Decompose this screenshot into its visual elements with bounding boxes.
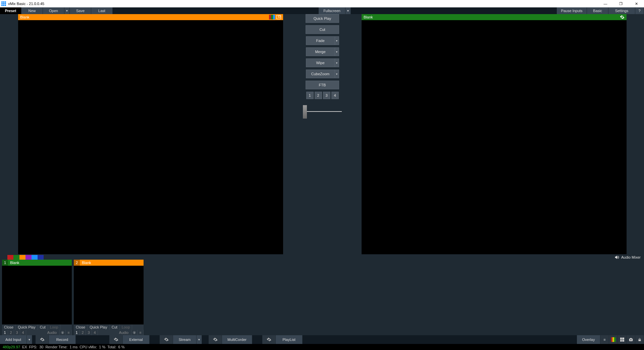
fullscreen-dropdown[interactable]: ▼ xyxy=(345,7,351,14)
color-correction-icon[interactable] xyxy=(269,15,275,19)
add-input-dropdown[interactable]: ▼ xyxy=(27,335,32,344)
preview-popout-icon[interactable] xyxy=(276,15,281,19)
input-2-overlay-4[interactable]: 4 xyxy=(92,330,98,335)
overlay-button[interactable]: Overlay xyxy=(577,335,600,344)
transition-preset-2[interactable]: 2 xyxy=(315,92,322,99)
input-1-overlay-4[interactable]: 4 xyxy=(20,330,26,335)
svg-point-0 xyxy=(62,332,63,333)
record-button[interactable]: Record xyxy=(49,335,76,344)
input-2-gear-icon[interactable] xyxy=(131,330,138,335)
external-button[interactable]: External xyxy=(123,335,150,344)
stream-dropdown[interactable]: ▼ xyxy=(197,335,202,344)
input-1-menu-icon[interactable]: ≡ xyxy=(66,330,72,335)
input-2-loop[interactable]: Loop xyxy=(120,324,132,330)
add-input-button[interactable]: Add Input xyxy=(0,335,27,344)
open-button[interactable]: Open xyxy=(43,7,64,14)
merge-button[interactable]: Merge xyxy=(306,47,335,56)
input-2-overlay-3[interactable]: 3 xyxy=(86,330,92,335)
input-1-quickplay[interactable]: Quick Play xyxy=(16,324,38,330)
playlist-button[interactable]: PlayList xyxy=(276,335,303,344)
category-orange[interactable] xyxy=(19,255,25,260)
fullscreen-button[interactable]: Fullscreen xyxy=(319,7,345,14)
category-blue[interactable] xyxy=(38,255,44,260)
program-pane: Blank xyxy=(362,14,627,254)
preset-button[interactable]: Preset xyxy=(0,7,21,14)
merge-dropdown[interactable]: ▼ xyxy=(335,47,339,56)
input-2-audio[interactable]: Audio xyxy=(116,330,131,335)
window-title: vMix Basic - 21.0.0.45 xyxy=(8,2,44,6)
color-bars-icon[interactable] xyxy=(609,335,618,344)
preview-screen[interactable] xyxy=(18,20,283,254)
window-close-button[interactable]: ✕ xyxy=(629,0,644,7)
last-button[interactable]: Last xyxy=(91,7,113,14)
main-area: Blank Quick Play Cut Fade▼ Merge▼ Wipe▼ … xyxy=(0,14,644,254)
lock-icon[interactable] xyxy=(635,335,644,344)
fade-dropdown[interactable]: ▼ xyxy=(335,36,339,45)
transition-preset-3[interactable]: 3 xyxy=(323,92,330,99)
status-bar: 480p29.97 EX FPS: 30 Render Time: 1 ms C… xyxy=(0,344,644,350)
wipe-button[interactable]: Wipe xyxy=(306,58,335,67)
input-1-gear-icon[interactable] xyxy=(60,330,66,335)
cut-button[interactable]: Cut xyxy=(306,25,339,34)
external-gear-icon[interactable] xyxy=(109,335,123,344)
transition-preset-1[interactable]: 1 xyxy=(306,92,314,99)
transition-preset-4[interactable]: 4 xyxy=(331,92,339,99)
stream-gear-icon[interactable] xyxy=(160,335,173,344)
list-view-icon[interactable]: ≡ xyxy=(600,335,609,344)
snapshot-icon[interactable] xyxy=(627,335,635,344)
window-minimize-button[interactable]: — xyxy=(598,0,613,7)
settings-button[interactable]: Settings xyxy=(608,7,635,14)
category-red[interactable] xyxy=(7,255,13,260)
input-1-close[interactable]: Close xyxy=(2,324,16,330)
new-button[interactable]: New xyxy=(21,7,43,14)
input-2-menu-icon[interactable]: ≡ xyxy=(138,330,144,335)
help-button[interactable]: ? xyxy=(635,7,644,14)
basic-button[interactable]: Basic xyxy=(587,7,608,14)
category-green[interactable] xyxy=(13,255,19,260)
pause-inputs-button[interactable]: Pause Inputs xyxy=(557,7,587,14)
input-2-close[interactable]: Close xyxy=(74,324,88,330)
input-2-video[interactable] xyxy=(74,266,144,324)
cubezoom-dropdown[interactable]: ▼ xyxy=(335,70,339,78)
preview-title: Blank xyxy=(20,15,30,19)
record-gear-icon[interactable] xyxy=(36,335,49,344)
input-2-overlay-2[interactable]: 2 xyxy=(80,330,86,335)
category-purple[interactable] xyxy=(25,255,32,260)
input-1-overlays: 1 2 3 4 Audio ≡ xyxy=(2,330,72,335)
input-2-overlay-1[interactable]: 1 xyxy=(74,330,80,335)
input-1-overlay-2[interactable]: 2 xyxy=(8,330,14,335)
status-render-time: 1 ms xyxy=(69,345,77,349)
input-1-audio[interactable]: Audio xyxy=(45,330,60,335)
cubezoom-button[interactable]: CubeZoom xyxy=(306,70,335,78)
status-render-label: Render Time: xyxy=(45,345,67,349)
wipe-dropdown[interactable]: ▼ xyxy=(335,58,339,67)
input-1-loop[interactable]: Loop xyxy=(48,324,60,330)
input-1-video[interactable] xyxy=(2,266,72,324)
input-1-overlay-3[interactable]: 3 xyxy=(14,330,20,335)
ftb-button[interactable]: FTB xyxy=(306,81,339,89)
input-1-overlay-1[interactable]: 1 xyxy=(2,330,8,335)
input-2-cut[interactable]: Cut xyxy=(110,324,120,330)
t-bar-slider[interactable] xyxy=(303,103,342,120)
save-button[interactable]: Save xyxy=(70,7,91,14)
preview-header: Blank xyxy=(18,14,283,20)
svg-point-1 xyxy=(134,332,135,333)
gear-icon[interactable] xyxy=(620,15,625,19)
input-1-header[interactable]: 1 Blank xyxy=(2,260,72,266)
grid-view-icon[interactable] xyxy=(618,335,627,344)
window-maximize-button[interactable]: ❐ xyxy=(613,0,629,7)
multicorder-gear-icon[interactable] xyxy=(209,335,222,344)
multicorder-button[interactable]: MultiCorder xyxy=(222,335,252,344)
playlist-gear-icon[interactable] xyxy=(262,335,276,344)
category-lightblue[interactable] xyxy=(32,255,38,260)
input-2-header[interactable]: 2 Blank xyxy=(74,260,144,266)
quick-play-button[interactable]: Quick Play xyxy=(306,14,339,23)
fade-button[interactable]: Fade xyxy=(306,36,335,45)
input-2-quickplay[interactable]: Quick Play xyxy=(88,324,110,330)
program-screen[interactable] xyxy=(362,20,627,254)
audio-mixer-button[interactable]: Audio Mixer xyxy=(614,255,644,260)
open-dropdown[interactable]: ▼ xyxy=(64,7,70,14)
svg-point-4 xyxy=(630,339,632,341)
input-1-cut[interactable]: Cut xyxy=(38,324,48,330)
stream-button[interactable]: Stream xyxy=(173,335,197,344)
